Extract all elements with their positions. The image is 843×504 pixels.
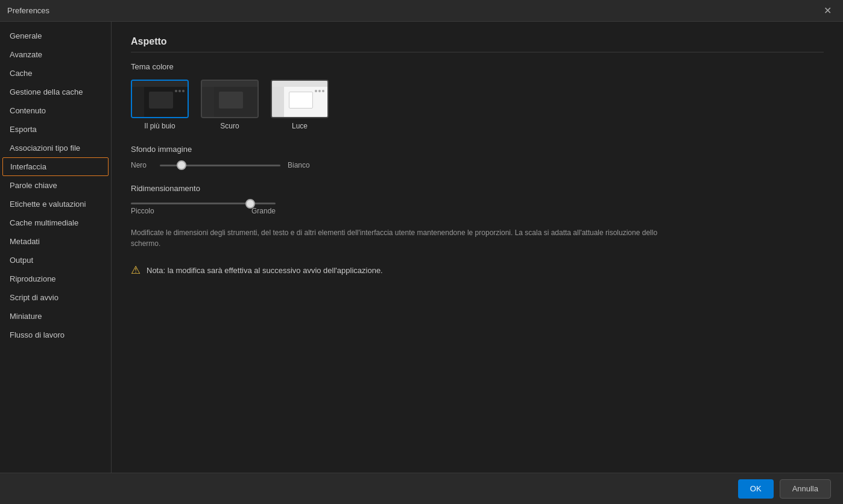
sidebar-item-gestione-cache[interactable]: Gestione della cache [0, 83, 111, 101]
theme-options: Il più buio Scuro [131, 80, 824, 130]
nero-label: Nero [131, 161, 153, 169]
sidebar-item-output[interactable]: Output [0, 251, 111, 269]
theme-option-dark[interactable]: Scuro [201, 80, 259, 130]
footer: OK Annulla [0, 473, 843, 504]
theme-option-light[interactable]: Luce [271, 80, 329, 130]
sidebar-item-metadati[interactable]: Metadati [0, 232, 111, 251]
sidebar-item-contenuto[interactable]: Contenuto [0, 101, 111, 120]
titlebar: Preferences ✕ [0, 0, 843, 22]
piccolo-label: Piccolo [131, 207, 154, 215]
window-title: Preferences [7, 6, 49, 15]
theme-preview-darkest [131, 80, 189, 118]
theme-label-light: Luce [292, 122, 308, 130]
resize-section: Ridimensionamento Piccolo Grande [131, 184, 824, 215]
resize-label: Ridimensionamento [131, 184, 824, 193]
sidebar-item-generale[interactable]: Generale [0, 27, 111, 45]
theme-preview-dark [201, 80, 259, 118]
warning-box: ⚠ Nota: la modifica sarà effettiva al su… [131, 259, 824, 282]
cancel-button[interactable]: Annulla [780, 479, 831, 499]
sidebar-item-etichette[interactable]: Etichette e valutazioni [0, 195, 111, 213]
ok-button[interactable]: OK [738, 479, 774, 499]
sidebar-item-avanzate[interactable]: Avanzate [0, 45, 111, 64]
theme-preview-light [271, 80, 329, 118]
warning-icon: ⚠ [131, 263, 140, 277]
sidebar-item-interfaccia[interactable]: Interfaccia [2, 157, 109, 176]
sfondo-slider[interactable] [160, 165, 280, 166]
bianco-label: Bianco [288, 161, 310, 169]
sidebar-item-associazioni[interactable]: Associazioni tipo file [0, 139, 111, 157]
sidebar-item-cache-multimediale[interactable]: Cache multimediale [0, 213, 111, 232]
section-divider [131, 52, 824, 52]
theme-label-darkest: Il più buio [144, 122, 175, 130]
content-area: GeneraleAvanzateCacheGestione della cach… [0, 22, 843, 473]
grande-label: Grande [251, 207, 276, 215]
sidebar: GeneraleAvanzateCacheGestione della cach… [0, 22, 112, 473]
sidebar-item-parole-chiave[interactable]: Parole chiave [0, 176, 111, 195]
section-title: Aspetto [131, 36, 167, 46]
resize-slider[interactable] [131, 203, 276, 204]
sidebar-item-riproduzione[interactable]: Riproduzione [0, 269, 111, 288]
theme-option-darkest[interactable]: Il più buio [131, 80, 189, 130]
main-panel: Aspetto Tema colore [112, 22, 843, 473]
sfondo-slider-row: Nero Bianco [131, 161, 824, 169]
sidebar-item-script-avvio[interactable]: Script di avvio [0, 288, 111, 307]
sidebar-item-esporta[interactable]: Esporta [0, 120, 111, 139]
sfondo-immagine-label: Sfondo immagine [131, 145, 824, 154]
close-button[interactable]: ✕ [819, 2, 836, 19]
sidebar-item-cache[interactable]: Cache [0, 64, 111, 83]
sidebar-item-flusso-lavoro[interactable]: Flusso di lavoro [0, 326, 111, 344]
sfondo-immagine-section: Sfondo immagine Nero Bianco [131, 145, 824, 169]
theme-label-dark: Scuro [220, 122, 239, 130]
description-text: Modificate le dimensioni degli strumenti… [131, 227, 674, 249]
sidebar-item-miniature[interactable]: Miniature [0, 307, 111, 326]
warning-text: Nota: la modifica sarà effettiva al succ… [147, 266, 383, 275]
preferences-window: Preferences ✕ GeneraleAvanzateCacheGesti… [0, 0, 843, 504]
tema-colore-label: Tema colore [131, 62, 824, 71]
